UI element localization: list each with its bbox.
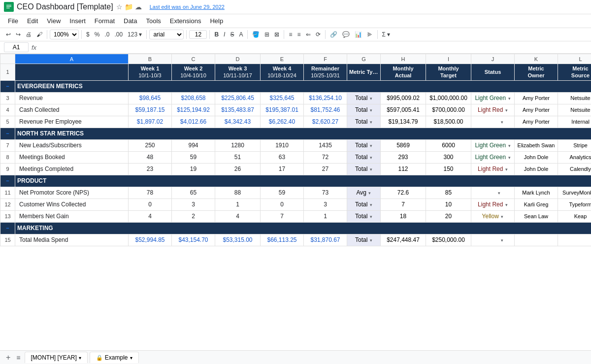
status-dropdown-9[interactable]: ▾ [504,167,508,172]
comma0-button[interactable]: .0 [102,30,111,39]
menu-help[interactable]: Help [206,15,227,27]
merge-button[interactable]: ⊠ [272,30,281,39]
print-button[interactable]: 🖨 [24,30,33,39]
borders-button[interactable]: ⊞ [263,30,271,39]
col-header-h[interactable]: H [381,54,426,64]
col-header-c[interactable]: C [172,54,215,64]
metric-type-dropdown-4[interactable]: ▾ [368,108,372,113]
status-dropdown-13[interactable]: ▾ [500,214,504,219]
col-header-i[interactable]: I [426,54,471,64]
format123-button[interactable]: 123 ▾ [126,30,144,39]
col-header-a[interactable]: A [15,54,129,64]
status-dropdown-7[interactable]: ▾ [507,143,511,148]
col-header-g[interactable]: G [347,54,381,64]
menu-file[interactable]: File [4,15,22,27]
collapse-icon-10[interactable]: − [6,178,9,184]
link-button[interactable]: 🔗 [328,30,339,39]
metric-type-9[interactable]: Total ▾ [347,163,381,175]
metric-type-8[interactable]: Total ▾ [347,151,381,163]
percent-button[interactable]: % [93,30,102,39]
status-cell-9[interactable]: Light Red ▾ [471,163,515,175]
status-dropdown-4[interactable]: ▾ [504,108,508,113]
metric-type-dropdown-13[interactable]: ▾ [368,214,372,219]
metric-type-dropdown-8[interactable]: ▾ [368,155,372,160]
collapse-icon-2[interactable]: − [6,83,9,89]
undo-button[interactable]: ↩ [4,30,13,39]
menu-tools[interactable]: Tools [142,15,164,27]
metric-type-dropdown-3[interactable]: ▾ [368,96,372,101]
menu-format[interactable]: Format [91,15,119,27]
status-cell-15[interactable]: Green ▾ [471,234,515,246]
collapse-icon-14[interactable]: − [6,225,9,231]
font-size-input[interactable] [189,30,207,39]
col-header-k[interactable]: K [515,54,558,64]
status-cell-3[interactable]: Light Green ▾ [471,92,515,104]
status-cell-5[interactable]: Green ▾ [471,116,515,128]
text-wrap-button[interactable]: ⇐ [304,30,313,39]
status-cell-11[interactable]: Red ▾ [471,187,515,199]
last-edit-link[interactable]: Last edit was on June 29, 2022 [150,4,225,10]
metric-type-dropdown-9[interactable]: ▾ [368,167,372,172]
col-header-d[interactable]: D [215,54,261,64]
col-header-j[interactable]: J [471,54,515,64]
status-cell-7[interactable]: Light Green ▾ [471,139,515,151]
align-center-button[interactable]: ≡ [295,30,302,39]
col-header-b[interactable]: B [129,54,172,64]
metric-type-dropdown-7[interactable]: ▾ [368,143,372,148]
status-dropdown-5[interactable]: ▾ [499,120,503,125]
rotate-button[interactable]: ⟳ [314,30,323,39]
chart-button[interactable]: 📊 [353,30,364,39]
collapse-icon-6[interactable]: − [6,131,9,136]
menu-edit[interactable]: Edit [23,15,42,27]
menu-data[interactable]: Data [120,15,141,27]
align-left-button[interactable]: ≡ [287,30,294,39]
strikethrough-button[interactable]: S [228,30,236,39]
font-color-button[interactable]: A [237,30,245,39]
cell-reference-input[interactable] [4,42,29,52]
col-header-f[interactable]: F [304,54,347,64]
metric-type-3[interactable]: Total ▾ [347,92,381,104]
font-select[interactable]: arial [149,30,184,39]
status-dropdown-12[interactable]: ▾ [504,202,508,207]
metric-type-7[interactable]: Total ▾ [347,139,381,151]
metric-type-15[interactable]: Total ▾ [347,234,381,246]
metric-type-dropdown-5[interactable]: ▾ [368,120,372,125]
metric-type-12[interactable]: Total ▾ [347,199,381,210]
status-cell-12[interactable]: Light Red ▾ [471,199,515,210]
zoom-select[interactable]: 100% [50,30,79,39]
cloud-icon[interactable]: ☁ [135,3,142,11]
functions-button[interactable]: Σ ▾ [380,30,393,39]
metric-type-dropdown-11[interactable]: ▾ [367,191,371,196]
status-cell-13[interactable]: Yellow ▾ [471,210,515,222]
col-header-e[interactable]: E [261,54,304,64]
comment-button[interactable]: 💬 [340,30,352,39]
paint-format-button[interactable]: 🖌 [34,30,44,39]
metric-type-13[interactable]: Total ▾ [347,210,381,222]
menu-extensions[interactable]: Extensions [166,15,205,27]
folder-icon[interactable]: 📁 [125,3,133,11]
bold-button[interactable]: B [212,30,221,39]
menu-view[interactable]: View [43,15,65,27]
status-dropdown-8[interactable]: ▾ [507,155,511,160]
status-cell-8[interactable]: Light Green ▾ [471,151,515,163]
metric-type-11[interactable]: Avg ▾ [347,187,381,199]
comma00-button[interactable]: .00 [112,30,125,39]
italic-button[interactable]: I [222,30,227,39]
menu-insert[interactable]: Insert [66,15,90,27]
col-header-l[interactable]: L [558,54,591,64]
formula-input[interactable] [39,44,587,51]
metric-type-dropdown-15[interactable]: ▾ [368,238,372,243]
metric-type-5[interactable]: Total ▾ [347,116,381,128]
currency-button[interactable]: $ [84,30,92,39]
metric-type-4[interactable]: Total ▾ [347,104,381,116]
filter-button[interactable]: ⫸ [365,30,375,39]
status-dropdown-11[interactable]: ▾ [497,191,501,196]
redo-button[interactable]: ↪ [14,30,23,39]
fill-color-button[interactable]: 🪣 [250,30,262,39]
status-cell-4[interactable]: Light Red ▾ [471,104,515,116]
metric-type-dropdown-12[interactable]: ▾ [368,202,372,207]
status-dropdown-3[interactable]: ▾ [507,96,511,101]
star-icon[interactable]: ☆ [116,3,123,11]
status-dropdown-15[interactable]: ▾ [499,238,503,243]
cell-remainder-13: 1 [304,210,347,222]
